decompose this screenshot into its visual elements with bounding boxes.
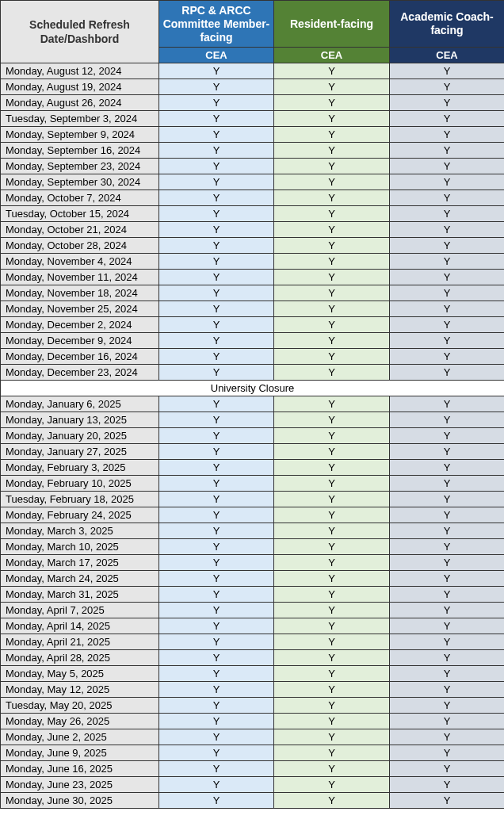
table-row: Monday, May 12, 2025YYY — [1, 682, 505, 698]
value-cell: Y — [159, 539, 274, 555]
table-row: Monday, June 9, 2025YYY — [1, 745, 505, 761]
value-cell: Y — [274, 79, 390, 95]
value-cell: Y — [274, 63, 390, 79]
table-row: Monday, June 2, 2025YYY — [1, 729, 505, 745]
table-row: Monday, January 6, 2025YYY — [1, 396, 505, 412]
value-cell: Y — [274, 285, 390, 301]
value-cell: Y — [159, 317, 274, 333]
value-cell: Y — [274, 634, 390, 650]
value-cell: Y — [159, 698, 274, 714]
table-row: Monday, March 10, 2025YYY — [1, 539, 505, 555]
value-cell: Y — [390, 555, 505, 571]
value-cell: Y — [159, 729, 274, 745]
value-cell: Y — [390, 317, 505, 333]
date-cell: Monday, April 21, 2025 — [1, 634, 159, 650]
value-cell: Y — [159, 761, 274, 777]
value-cell: Y — [274, 428, 390, 444]
table-row: Monday, December 16, 2024YYY — [1, 349, 505, 365]
value-cell: Y — [159, 95, 274, 111]
value-cell: Y — [159, 143, 274, 159]
value-cell: Y — [159, 745, 274, 761]
date-cell: Monday, October 28, 2024 — [1, 238, 159, 254]
value-cell: Y — [274, 270, 390, 285]
value-cell: Y — [390, 349, 505, 365]
table-row: Tuesday, February 18, 2025YYY — [1, 492, 505, 507]
value-cell: Y — [159, 793, 274, 809]
date-cell: Monday, December 2, 2024 — [1, 317, 159, 333]
value-cell: Y — [390, 618, 505, 634]
value-cell: Y — [390, 111, 505, 127]
date-cell: Monday, June 9, 2025 — [1, 745, 159, 761]
value-cell: Y — [390, 333, 505, 349]
value-cell: Y — [159, 63, 274, 79]
value-cell: Y — [390, 428, 505, 444]
date-cell: Monday, February 24, 2025 — [1, 507, 159, 523]
date-cell: Tuesday, May 20, 2025 — [1, 698, 159, 714]
value-cell: Y — [274, 317, 390, 333]
value-cell: Y — [159, 555, 274, 571]
subheader-cea-3: CEA — [390, 48, 505, 63]
closure-row: University Closure — [1, 381, 505, 396]
date-cell: Tuesday, September 3, 2024 — [1, 111, 159, 127]
table-row: Monday, April 7, 2025YYY — [1, 603, 505, 618]
value-cell: Y — [390, 492, 505, 507]
refresh-schedule-table: Scheduled Refresh Date/Dashbord RPC & AR… — [0, 0, 504, 809]
value-cell: Y — [390, 745, 505, 761]
date-cell: Monday, August 19, 2024 — [1, 79, 159, 95]
table-row: Monday, February 3, 2025YYY — [1, 460, 505, 476]
date-cell: Monday, May 26, 2025 — [1, 714, 159, 729]
value-cell: Y — [159, 238, 274, 254]
value-cell: Y — [274, 476, 390, 492]
value-cell: Y — [390, 159, 505, 174]
date-cell: Monday, January 6, 2025 — [1, 396, 159, 412]
value-cell: Y — [274, 523, 390, 539]
value-cell: Y — [159, 285, 274, 301]
value-cell: Y — [390, 729, 505, 745]
value-cell: Y — [390, 444, 505, 460]
value-cell: Y — [390, 634, 505, 650]
table-row: Monday, December 23, 2024YYY — [1, 365, 505, 381]
value-cell: Y — [159, 349, 274, 365]
value-cell: Y — [159, 777, 274, 793]
value-cell: Y — [390, 682, 505, 698]
value-cell: Y — [159, 460, 274, 476]
value-cell: Y — [274, 571, 390, 587]
date-cell: Monday, February 10, 2025 — [1, 476, 159, 492]
value-cell: Y — [390, 777, 505, 793]
date-cell: Monday, December 9, 2024 — [1, 333, 159, 349]
value-cell: Y — [274, 206, 390, 222]
table-row: Monday, December 9, 2024YYY — [1, 333, 505, 349]
value-cell: Y — [274, 301, 390, 317]
value-cell: Y — [159, 270, 274, 285]
table-row: Monday, June 30, 2025YYY — [1, 793, 505, 809]
value-cell: Y — [159, 333, 274, 349]
value-cell: Y — [274, 412, 390, 428]
value-cell: Y — [159, 159, 274, 174]
table-row: Monday, January 20, 2025YYY — [1, 428, 505, 444]
table-row: Monday, March 31, 2025YYY — [1, 587, 505, 603]
value-cell: Y — [390, 143, 505, 159]
value-cell: Y — [159, 618, 274, 634]
value-cell: Y — [390, 270, 505, 285]
value-cell: Y — [390, 222, 505, 238]
table-row: Monday, August 19, 2024YYY — [1, 79, 505, 95]
value-cell: Y — [159, 492, 274, 507]
table-row: Tuesday, September 3, 2024YYY — [1, 111, 505, 127]
date-cell: Monday, April 7, 2025 — [1, 603, 159, 618]
table-row: Monday, March 3, 2025YYY — [1, 523, 505, 539]
value-cell: Y — [274, 793, 390, 809]
value-cell: Y — [390, 190, 505, 206]
value-cell: Y — [390, 79, 505, 95]
value-cell: Y — [274, 365, 390, 381]
date-cell: Monday, December 16, 2024 — [1, 349, 159, 365]
header-academic-coach: Academic Coach-facing — [390, 1, 505, 48]
table-row: University Closure — [1, 381, 505, 396]
value-cell: Y — [390, 523, 505, 539]
value-cell: Y — [390, 238, 505, 254]
value-cell: Y — [159, 254, 274, 270]
value-cell: Y — [274, 254, 390, 270]
value-cell: Y — [390, 793, 505, 809]
value-cell: Y — [274, 650, 390, 666]
value-cell: Y — [274, 174, 390, 190]
table-row: Monday, January 13, 2025YYY — [1, 412, 505, 428]
